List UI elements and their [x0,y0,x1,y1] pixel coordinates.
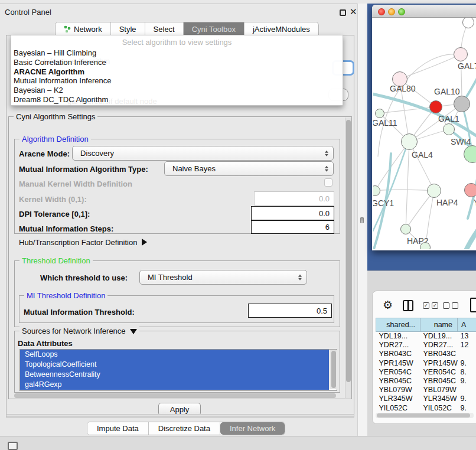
network-tab-icon [64,25,71,32]
collapsed-arrow-icon[interactable] [142,239,147,246]
control-panel-title: Control Panel [5,8,51,17]
hub-definition-toggle[interactable]: Hub/Transcription Factor Definition [19,238,147,247]
network-node-label: GAL10 [434,87,460,96]
network-node-n4[interactable] [429,100,442,113]
scrollbar-thumb[interactable] [331,351,336,388]
tab[interactable]: Style [111,22,145,35]
minimize-traffic-light[interactable] [388,8,395,15]
column-header[interactable]: shared... [376,318,420,332]
new-table-icon[interactable] [470,298,476,312]
gene-table-clip: shared... name A YDL19...YDL19...13 YDR2… [376,318,476,410]
manual-kernel-checkbox[interactable] [324,178,332,187]
algorithm-option[interactable]: Dream8 DC_TDC Algorithm [14,95,340,105]
table-horizontal-thumb[interactable] [377,413,470,418]
network-node-label: GCY1 [373,198,394,208]
table-row[interactable]: YDL19...YDL19...13 [376,332,476,341]
algorithm-option-list: Bayesian – Hill Climbing Basic Correlati… [14,48,340,105]
table-row[interactable]: YIL052CYIL052C9. [376,403,476,410]
table-row[interactable]: YLR345WYLR345W9. [376,394,476,403]
data-attribute-item[interactable]: BetweennessCentrality [20,370,329,380]
algorithm-popup: Select algorithm to view settings Infere… [11,35,343,106]
data-attribute-item[interactable]: TopologicalCoefficient [20,360,329,370]
cyni-bottom-tabbar: Impute Data Discretize Data Infer Networ… [87,422,285,435]
which-threshold-select[interactable]: MI Threshold [139,270,307,285]
tab[interactable]: Network [56,22,111,35]
bottom-strip [0,436,476,450]
settings-vertical-thumb[interactable] [346,120,351,382]
algorithm-option[interactable]: ARACNE Algorithm [14,67,340,77]
close-traffic-light[interactable] [378,8,385,15]
table-row[interactable]: YDR27...YDR27...12 [376,341,476,350]
table-row[interactable]: YBR043CYBR043C [376,350,476,358]
network-node-GAL11[interactable] [375,109,384,118]
table-panel-header: Table Panel [367,270,476,287]
network-node-n13[interactable] [420,242,431,249]
dpi-tolerance-label: DPI Tolerance [0,1]: [19,210,90,219]
gene-table: shared... name A YDL19...YDL19...13 YDR2… [376,318,476,410]
attribute-list-scrollbar[interactable] [330,350,336,389]
network-canvas[interactable]: GAL7GAL80GAL10GAL1GAL11GAL4SWI4GCY1HAP4Y… [373,18,476,249]
data-attribute-item[interactable]: gal4RGexp [20,380,329,390]
settings-horizontal-scrollbar[interactable] [11,392,350,399]
mi-steps-field[interactable]: 6 [251,220,334,234]
table-row[interactable]: YER054CYER054C8. [376,367,476,376]
kernel-width-field[interactable]: 0.0 [254,191,334,206]
select-all-checkboxes-icon[interactable]: ✓✓ [423,302,438,309]
hub-definition-label: Hub/Transcription Factor Definition [19,238,137,247]
network-node-label: GAL4 [412,150,433,159]
table-header-row: shared... name A [376,318,476,332]
settings-horizontal-thumb[interactable] [14,393,336,398]
restore-panel-icon[interactable] [8,442,18,450]
network-node-label: SWI4 [451,137,471,146]
network-node-Y[interactable] [464,183,476,197]
close-icon[interactable]: ✕ [350,6,357,17]
mi-type-select[interactable]: Naive Bayes [164,161,334,176]
network-node-GAL4[interactable] [401,133,418,150]
aracne-mode-select[interactable]: Discovery [72,146,334,161]
table-row[interactable]: YBL079WYBL079W [376,386,476,394]
column-header[interactable]: A [458,318,476,332]
stepper-icon [325,150,328,156]
bottom-tab[interactable]: Discretize Data [149,422,220,435]
mi-threshold-group-title: MI Threshold Definition [24,291,107,300]
algorithm-option[interactable]: Bayesian – Hill Climbing [14,48,340,58]
network-window-titlebar[interactable] [372,5,476,18]
gear-icon[interactable]: ⚙ [383,298,393,312]
aracne-mode-value: Discovery [80,149,114,158]
float-window-icon[interactable] [340,9,346,16]
dpi-tolerance-field[interactable]: 0.0 [251,206,334,220]
expanded-arrow-icon[interactable] [130,329,137,334]
table-row[interactable]: YBR045CYBR045C9. [376,376,476,385]
mi-threshold-field[interactable]: 0.5 [248,304,332,318]
bottom-tab[interactable]: Impute Data [87,422,149,435]
tab[interactable]: Cyni Toolbox [184,22,244,35]
algorithm-option[interactable]: Mutual Information Inference [14,76,340,86]
network-node-label: Y [474,198,476,207]
tab[interactable]: Select [145,22,184,35]
sources-group-title[interactable]: Sources for Network Inference [19,327,139,335]
network-node-GAL1[interactable] [443,123,455,135]
columns-icon[interactable] [403,300,413,311]
data-attributes-list: SelfLoops TopologicalCoefficient Between… [19,349,337,391]
network-node-GAL10[interactable] [454,96,470,112]
bottom-tab[interactable]: Infer Network [220,422,285,435]
stepper-icon [325,165,328,172]
network-node-HAP4[interactable] [427,184,441,198]
algorithm-option[interactable]: Basic Correlation Inference [14,58,340,67]
data-attribute-item[interactable]: SelfLoops [20,350,329,360]
zoom-traffic-light[interactable] [398,8,405,15]
network-node-label: GAL11 [373,118,397,128]
network-node-GAL7[interactable] [454,47,468,61]
mi-threshold-label: Mutual Information Threshold: [24,308,135,317]
algorithm-option[interactable]: Bayesian – K2 [14,86,340,95]
column-header[interactable]: name [420,318,458,332]
deselect-all-checkboxes-icon[interactable] [443,302,458,309]
mi-type-label: Mutual Information Algorithm Type: [19,165,148,174]
tab[interactable]: jActiveMNodules [244,22,318,35]
table-row[interactable]: YPR145WYPR145W9. [376,358,476,367]
divider-grip[interactable] [360,217,364,223]
network-node-HAP2[interactable] [400,224,411,234]
threshold-definition-title: Threshold Definition [19,256,93,265]
cyni-settings-group-title: Cyni Algorithm Settings [14,112,97,121]
which-threshold-label: Which threshold to use: [40,273,128,282]
